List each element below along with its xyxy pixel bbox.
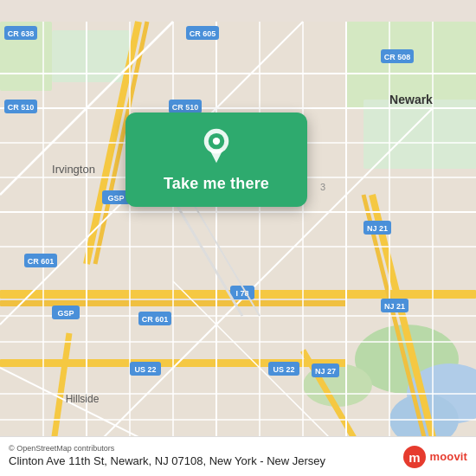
svg-text:GSP: GSP bbox=[57, 309, 74, 318]
svg-text:US 22: US 22 bbox=[134, 365, 156, 374]
svg-rect-4 bbox=[363, 100, 476, 169]
map-container: CR 638 CR 605 CR 510 CR 510 CR 508 GSP G… bbox=[0, 0, 476, 476]
address-text: Clinton Ave 11th St, Newark, NJ 07108, N… bbox=[9, 454, 325, 469]
svg-text:NJ 21: NJ 21 bbox=[367, 224, 388, 233]
svg-text:CR 510: CR 510 bbox=[172, 103, 199, 112]
svg-text:Hillside: Hillside bbox=[66, 393, 100, 405]
map-background: CR 638 CR 605 CR 510 CR 510 CR 508 GSP G… bbox=[0, 0, 476, 476]
svg-marker-82 bbox=[209, 150, 222, 163]
address-section: © OpenStreetMap contributors Clinton Ave… bbox=[9, 444, 325, 469]
svg-text:CR 605: CR 605 bbox=[190, 29, 216, 38]
svg-text:CR 508: CR 508 bbox=[384, 53, 411, 61]
svg-text:US 22: US 22 bbox=[273, 365, 294, 374]
svg-text:CR 601: CR 601 bbox=[28, 257, 55, 266]
take-me-there-button[interactable]: Take me there bbox=[157, 173, 276, 195]
action-card: Take me there bbox=[125, 113, 307, 207]
svg-text:Irvington: Irvington bbox=[52, 163, 95, 176]
moovit-logo: m moovit bbox=[402, 445, 467, 469]
svg-text:CR 638: CR 638 bbox=[8, 29, 35, 38]
moovit-brand-text: moovit bbox=[430, 450, 467, 463]
location-pin-icon bbox=[198, 128, 235, 164]
svg-text:CR 510: CR 510 bbox=[8, 103, 35, 112]
svg-text:GSP: GSP bbox=[107, 194, 124, 203]
svg-text:3: 3 bbox=[320, 182, 325, 192]
moovit-logo-icon: m bbox=[402, 445, 427, 469]
svg-text:m: m bbox=[408, 450, 420, 465]
svg-text:NJ 27: NJ 27 bbox=[315, 367, 336, 376]
svg-text:CR 601: CR 601 bbox=[142, 315, 169, 324]
svg-text:Newark: Newark bbox=[389, 93, 433, 106]
svg-text:NJ 21: NJ 21 bbox=[384, 302, 405, 311]
osm-attribution: © OpenStreetMap contributors bbox=[9, 444, 325, 453]
svg-point-81 bbox=[213, 138, 220, 145]
bottom-info-bar: © OpenStreetMap contributors Clinton Ave… bbox=[0, 436, 476, 476]
